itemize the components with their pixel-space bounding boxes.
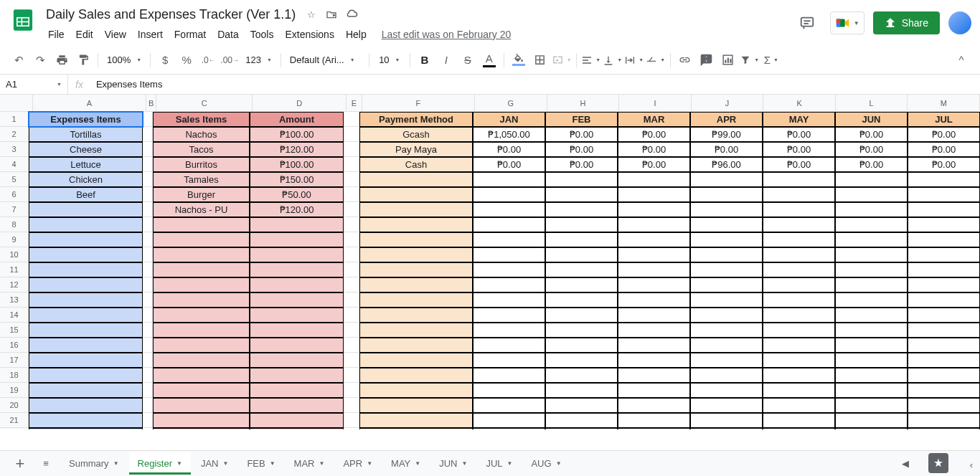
row-header-17[interactable]: 17 [0,353,28,368]
cell[interactable]: ₱99.00 [690,127,763,142]
cell[interactable] [545,187,618,202]
cell[interactable] [29,368,143,383]
fill-color-button[interactable] [509,50,529,70]
cell[interactable] [473,202,545,217]
cell[interactable] [690,428,763,429]
cell[interactable]: Cheese [29,142,143,157]
cell[interactable] [359,262,473,277]
cell[interactable] [545,262,618,277]
cell[interactable] [143,353,153,368]
cell[interactable] [545,353,618,368]
cell[interactable] [690,277,763,292]
cell[interactable] [250,353,344,368]
cell[interactable] [473,232,545,247]
cell[interactable]: ₱0.00 [835,157,908,172]
cell[interactable] [359,338,473,353]
menu-data[interactable]: Data [212,26,244,43]
cell[interactable] [344,368,359,383]
cell[interactable]: ₱0.00 [473,157,545,172]
cell[interactable]: ₱0.00 [545,127,618,142]
cell[interactable] [359,368,473,383]
row-header-5[interactable]: 5 [0,172,28,187]
cell[interactable] [908,187,980,202]
cell[interactable] [344,187,359,202]
row-header-6[interactable]: 6 [0,187,28,202]
cell[interactable] [143,217,153,232]
col-header-D[interactable]: D [253,95,346,111]
cell[interactable]: Burritos [153,157,250,172]
borders-button[interactable] [530,50,550,70]
row-header-18[interactable]: 18 [0,368,28,383]
cell[interactable] [473,338,545,353]
cell[interactable] [763,187,835,202]
cell[interactable]: ₱120.00 [250,202,344,217]
sheet-tab-jul[interactable]: JUL▼ [477,452,521,475]
side-panel-icon[interactable]: ‹ [970,460,973,470]
cell[interactable] [763,413,835,428]
row-header-15[interactable]: 15 [0,323,28,338]
row-header-12[interactable]: 12 [0,277,28,292]
cell[interactable] [153,413,250,428]
strikethrough-button[interactable]: S [458,50,478,70]
cell[interactable] [143,247,153,262]
cell[interactable] [143,172,153,187]
cell[interactable] [143,383,153,398]
cell[interactable] [763,277,835,292]
cell[interactable] [29,338,143,353]
cell[interactable] [143,127,153,142]
cell[interactable] [250,368,344,383]
cell[interactable] [344,292,359,308]
font-select[interactable]: Default (Ari... [286,50,364,70]
explore-button[interactable] [928,453,948,473]
font-size-select[interactable]: 10 [374,50,405,70]
paint-format-button[interactable] [73,50,93,70]
cell[interactable] [344,112,359,127]
cell[interactable] [143,368,153,383]
cell[interactable] [250,398,344,413]
tab-dropdown-icon[interactable]: ▼ [319,460,324,467]
cell[interactable] [359,292,473,308]
row-header-7[interactable]: 7 [0,202,28,217]
cell[interactable] [29,308,143,323]
increase-decimal-button[interactable]: .00→ [220,50,240,70]
cell[interactable] [153,247,250,262]
cell[interactable] [690,262,763,277]
cell[interactable] [763,428,835,429]
cell[interactable] [618,187,690,202]
cell[interactable] [763,338,835,353]
row-header-20[interactable]: 20 [0,398,28,413]
cell[interactable]: Nachos [153,127,250,142]
cell[interactable] [344,338,359,353]
cell[interactable] [344,323,359,338]
add-sheet-button[interactable]: + [9,452,32,475]
cell[interactable]: ₱0.00 [835,127,908,142]
cell[interactable] [143,277,153,292]
row-header-10[interactable]: 10 [0,247,28,262]
cell[interactable]: ₱0.00 [618,142,690,157]
cell[interactable]: MAY [763,112,835,127]
collapse-toolbar-icon[interactable]: ^ [951,50,971,70]
cell[interactable] [835,172,908,187]
cell[interactable]: ₱0.00 [908,127,980,142]
cell[interactable]: Chicken [29,172,143,187]
tab-dropdown-icon[interactable]: ▼ [415,460,420,467]
menu-view[interactable]: View [100,26,131,43]
cell[interactable] [250,292,344,308]
tab-dropdown-icon[interactable]: ▼ [113,460,119,467]
cell[interactable] [29,398,143,413]
cell[interactable] [690,383,763,398]
cell[interactable] [153,217,250,232]
cell[interactable] [29,202,143,217]
cell[interactable] [690,292,763,308]
cell[interactable]: ₱96.00 [690,157,763,172]
cell[interactable] [690,398,763,413]
row-header-21[interactable]: 21 [0,413,28,428]
cell[interactable] [618,217,690,232]
cell[interactable] [153,338,250,353]
col-header-L[interactable]: L [836,95,908,111]
cell[interactable] [473,353,545,368]
cell[interactable] [344,398,359,413]
cell[interactable] [250,217,344,232]
cell[interactable]: Lettuce [29,157,143,172]
cell[interactable] [359,323,473,338]
